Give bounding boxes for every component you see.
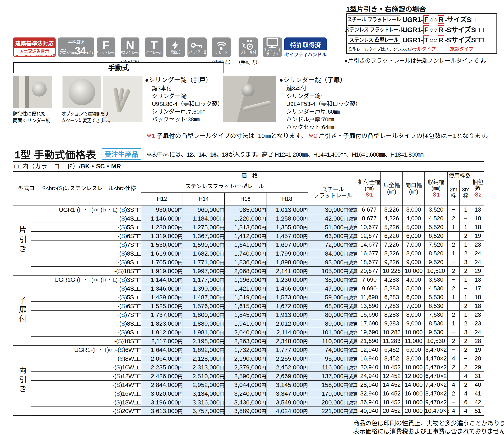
price-row: -(S)4S□□1,146,000円1,184,000円1,220,000円1,… [13,214,484,223]
price-cell-h14: 1,590,000円 [183,240,225,249]
lock-spec-title: ●シリンダー錠（引戸） [145,76,233,84]
price-table-body: 片引きUGR1-(F・T)○○(R・L)-(S)3S□□930,000円960,… [13,205,484,416]
opening-width-cell: 10,000 [403,328,425,337]
storage-width-cell: 9,470×2 [425,398,447,407]
price-cell-h16: 2,040,000円 [225,328,266,337]
price-cell-h16: 1,615,000円 [225,302,266,310]
badge-icon: 電動式 [166,37,185,57]
size-note-prefix: ※表中○○には、 [147,151,187,158]
model-cell: -(S)8W□□ [31,354,141,363]
monitor-icon [266,38,279,48]
model-cell: -(S)20W□□ [31,407,141,416]
price-cell-h14: 2,952,000円 [183,380,225,389]
model-code: UGR1-F○○R-サイズS□□ [402,14,479,24]
door-width-cell: 10,226 [381,267,403,275]
catalog-page: 建築基準法対応国土交通省告示408・409・410(750)号基準風速≋V0=3… [0,0,504,435]
install-width-cell: 32,940 [358,389,381,398]
steel-discount-cell: 74,000円減算 [308,345,358,354]
frame-2m-cell: 2 [447,310,460,319]
price-cell-h14: 3,757,000円 [183,407,225,416]
price-cell-h18: 1,672,000円 [266,302,308,310]
model-code-box: スチール フラットレールUGR1-F○○R-サイズS□□ステンレス フラットレー… [346,13,497,54]
price-cell-h18: 2,012,000円 [266,319,308,328]
door-width-cell: 5,226 [381,223,403,231]
frame-2m-cell: 1 [447,319,460,328]
price-cell-h16: 1,641,000円 [225,240,266,249]
price-cell-h18: 2,141,000円 [266,267,308,275]
install-width-cell: 12,677 [358,231,381,240]
badge-law: 建築基準法対応国土交通省告示408・409・410(750)号 [13,37,55,57]
key-badge: シリンダー錠 [188,37,207,57]
lock-spec-lines: 鍵3本付シリンダー錠:U9LAF53-4（美和ロック製）シリンダー戸厚:60㎜ハ… [279,85,373,131]
steel-discount-cell: 110,000円減算 [308,337,358,345]
code-segment: ○○ [430,16,437,23]
install-width-cell: 14,677 [358,240,381,249]
opening-width-cell: 10,000 [403,363,425,372]
opening-width-cell: 18,000 [403,398,425,407]
price-row: -(S)8S□□1,619,000円1,682,000円1,740,000円1,… [13,249,484,258]
steel-discount-cell: 137,000円減算 [308,372,358,380]
install-width-cell: 16,940 [358,354,381,363]
frame-2m-cell: 2 [447,284,460,293]
price-cell-h16: 2,379,000円 [225,363,266,372]
install-width-cell: 21,690 [358,337,381,345]
footer-note-line: 表示価格には消費税および工事費は含まれておりません。 [353,427,504,435]
steel-discount-cell: 51,000円減算 [308,223,358,231]
badge-letter: N [126,39,134,51]
opening-width-cell: 12,000 [403,372,425,380]
price-cell-h14: 1,889,000円 [183,319,225,328]
steel-discount-cell: 80,000円減算 [308,310,358,319]
price-cell-h18: 1,898,000円 [266,258,308,267]
install-width-cell: 36,940 [358,398,381,407]
steel-discount-cell: 221,000円減算 [308,407,358,416]
price-cell-h14: 1,981,000円 [183,328,225,337]
model-code: UGR1-F○○R-SサイズS□□ [402,24,483,34]
price-row: -(S)9S□□1,912,000円1,981,000円2,040,000円2,… [13,328,484,337]
rail-type-badge-N: N先端ノンレール [121,37,139,57]
price-cell-h12: 1,525,000円 [141,302,183,310]
storage-width-cell: 3,530 [425,275,447,284]
opening-width-cell: 16,000 [403,389,425,398]
frame-3m-cell: 3 [460,328,472,337]
badge-icon: ブレーキ付（手動式） [236,37,260,65]
photo-cylinder-lock [13,76,52,108]
package-count-cell: 18 [472,214,484,223]
model-code-rows: スチール フラットレールUGR1-F○○R-サイズS□□ステンレス フラットレー… [347,14,496,44]
price-cell-h14: 2,198,000円 [183,337,225,345]
price-cell-h14: 2,128,000円 [183,354,225,363]
price-row: 子扉付UGR1G-(F・T)○○(R・L)-(S)3S□□1,144,000円1… [13,275,484,284]
badge-icon: シリンダー錠 [188,37,207,57]
opening-width-cell: 4,000 [403,275,425,284]
package-count-cell: 18 [472,302,484,310]
photo-child-door-lock [223,76,276,122]
frame-2m-cell: 2 [447,267,460,275]
opening-width-cell: 6,000 [403,345,425,354]
price-cell-h12: 1,705,000円 [141,258,183,267]
price-cell-h12: 1,619,000円 [141,249,183,258]
code-segment: R [438,36,445,44]
thumbturn-shape [69,79,95,105]
model-code: UGR1-T○○R-SサイズS□□ [402,34,483,44]
key-icon [191,40,203,50]
steel-rail-header: スチールフラットレール [308,180,358,205]
price-cell-h12: 1,912,000円 [141,328,183,337]
photo-caption-thumbturn: オプションで建物側をサ ムターンに変更できます。 [62,110,113,124]
door-width-cell: 18,452 [381,398,403,407]
price-cell-h14: 1,487,000円 [183,293,225,302]
rail-type-badge-F: Fフラットレール [97,37,115,57]
steel-discount-cell: 63,000円減算 [308,231,358,240]
door-width-cell: 12,452 [381,372,403,380]
frame-3m-cell: 3 [460,258,472,267]
install-width-cell: 24,940 [358,372,381,380]
package-count-cell: 23 [472,310,484,319]
price-cell-h18: 2,255,000円 [266,354,308,363]
cylinder-lock-spec-sliding: ●シリンダー錠（引戸） 鍵3本付シリンダー錠:U9SL80-4（美和ロック製）シ… [145,76,233,123]
height-col-header: H14 [183,193,225,205]
lock-spec-line: シリンダー戸厚:60㎜ [279,108,373,116]
frame-count-header: 使用枠数 [447,172,472,180]
opening-width-cell: 10,000 [403,267,425,275]
price-cell-h12: 2,844,000円 [141,380,183,389]
section-label: 子扉付 [13,275,31,345]
price-cell-h12: 1,319,000円 [141,231,183,240]
steel-discount-cell: 59,000円減算 [308,293,358,302]
